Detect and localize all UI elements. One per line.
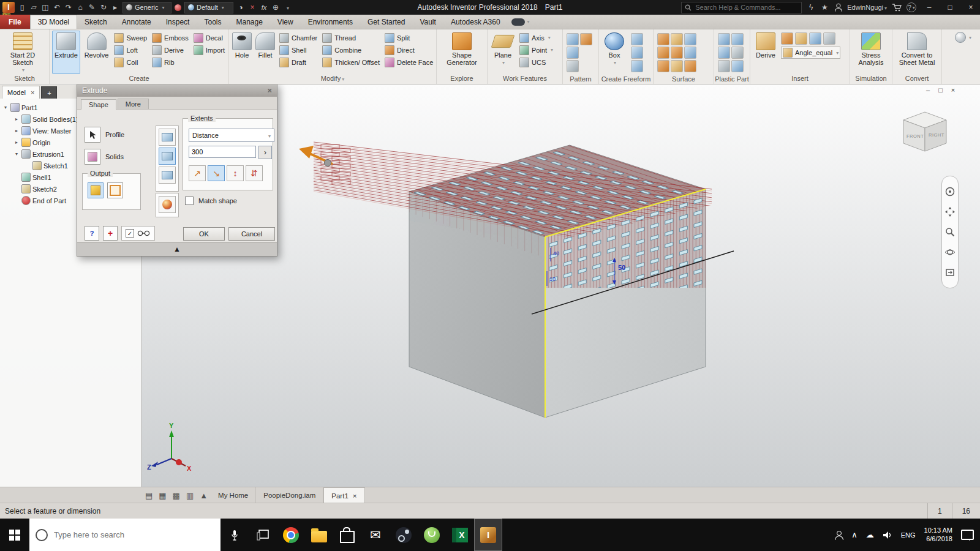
ribbon-display-options[interactable] [955, 32, 971, 43]
delete-face-button[interactable]: Delete Face [383, 57, 434, 67]
rest-icon[interactable] [731, 47, 744, 59]
tab-sketch[interactable]: Sketch [77, 15, 115, 29]
ucs-button[interactable]: UCS [518, 57, 554, 67]
doc-tab-my-home[interactable]: My Home [211, 487, 256, 503]
combine-button[interactable]: Combine [321, 45, 381, 55]
thicken-offset-button[interactable]: Thicken/ Offset [321, 57, 381, 67]
action-center-icon[interactable] [961, 530, 974, 540]
file-explorer-button[interactable] [305, 519, 333, 551]
tab-environments[interactable]: Environments [301, 15, 360, 29]
trim-surface-icon[interactable] [657, 60, 669, 72]
grid-view-icon[interactable]: ▦ [159, 487, 166, 503]
help-search[interactable] [681, 2, 802, 13]
dimension-10[interactable]: 10 [549, 276, 556, 282]
viewcube[interactable] [903, 112, 946, 151]
help-icon[interactable]: ? [907, 2, 916, 12]
distance-flyout-button[interactable]: › [258, 146, 272, 159]
viewcube-right-label[interactable]: RIGHT [929, 132, 944, 138]
tab-view[interactable]: View [270, 15, 301, 29]
save-icon[interactable]: ◫ [41, 3, 50, 12]
panel-close-icon[interactable]: × [31, 89, 34, 96]
tree-arrow[interactable]: ▸ [13, 128, 20, 133]
tab-inspect[interactable]: Inspect [159, 15, 197, 29]
select-icon[interactable]: ▸ [111, 3, 119, 12]
sketch-driven-pattern-icon[interactable] [580, 33, 592, 45]
insert-object-icon[interactable] [809, 32, 821, 45]
steam-button[interactable] [390, 519, 418, 551]
parameters-fx-icon[interactable]: fx [260, 4, 268, 11]
derive-button[interactable]: Derive [753, 31, 778, 74]
utorrent-button[interactable] [418, 519, 446, 551]
dialog-help-button[interactable]: ? [85, 226, 99, 241]
shell-button[interactable]: Shell [278, 45, 318, 55]
point-button[interactable]: Point [518, 45, 554, 55]
grill-icon[interactable] [718, 33, 730, 45]
expand-panel-icon[interactable]: ▲ [200, 487, 208, 503]
emboss-button[interactable]: Emboss [151, 32, 190, 43]
tab-3d-model[interactable]: 3D Model [30, 15, 77, 29]
new-file-icon[interactable]: ▯ [18, 3, 26, 12]
redo-icon[interactable]: ↷ [64, 3, 73, 12]
clear-appearance-icon[interactable]: × [248, 3, 257, 12]
import-geometry-icon[interactable] [795, 32, 807, 45]
favorites-star-icon[interactable]: ★ [820, 3, 829, 12]
axis-button[interactable]: Axis [518, 32, 554, 43]
patch-surface-icon[interactable] [657, 47, 669, 59]
model-panel-tab[interactable]: Model × [2, 86, 40, 99]
loft-button[interactable]: Loft [113, 45, 148, 55]
fillet-button[interactable]: Fillet [255, 31, 276, 74]
extrude-button[interactable]: Extrude [52, 31, 80, 74]
dialog-tab-more[interactable]: More [118, 99, 149, 109]
join-button[interactable] [159, 129, 176, 146]
style-select[interactable]: Generic [123, 2, 172, 13]
shape-generator-button[interactable]: Shape Generator [442, 31, 482, 74]
minimize-button[interactable]: – [921, 0, 937, 15]
tab-file[interactable]: File [0, 15, 30, 29]
extend-surface-icon[interactable] [671, 33, 683, 45]
inventor-logo-icon[interactable]: IPRO [2, 2, 15, 13]
mail-button[interactable]: ✉ [361, 519, 390, 551]
bolt-icon[interactable]: ϟ [807, 3, 815, 12]
maximize-button[interactable]: □ [942, 0, 958, 15]
output-surface-button[interactable] [107, 182, 123, 198]
list-view-icon[interactable]: ▩ [173, 487, 180, 503]
cut-button[interactable] [159, 148, 176, 165]
draft-button[interactable]: Draft [278, 57, 318, 67]
collaboration-icon[interactable] [511, 15, 530, 29]
coil-button[interactable]: Coil [113, 57, 148, 67]
store-button[interactable] [333, 519, 361, 551]
column-view-icon[interactable]: ▥ [186, 487, 194, 503]
task-view-button[interactable] [249, 519, 277, 551]
tree-arrow[interactable]: ▾ [2, 105, 9, 110]
asymmetric-button[interactable]: ⇵ [246, 165, 263, 181]
ok-button[interactable]: OK [183, 227, 225, 241]
excel-button[interactable]: X [446, 519, 474, 551]
look-at-icon[interactable] [945, 268, 955, 277]
tab-get-started[interactable]: Get Started [360, 15, 412, 29]
dialog-close-icon[interactable]: × [267, 86, 272, 95]
appearance-select[interactable]: Default [184, 2, 233, 13]
thread-button[interactable]: Thread [321, 32, 381, 43]
direction-2-button[interactable]: ↘ [208, 165, 225, 181]
insert-image-icon[interactable] [823, 32, 835, 45]
direction-1-button[interactable]: ↗ [189, 165, 206, 181]
show-hidden-icons[interactable]: ∧ [851, 530, 858, 539]
mirror-icon[interactable] [567, 60, 579, 72]
tree-arrow[interactable]: ▸ [13, 116, 20, 122]
dimension-40[interactable]: 40 [553, 250, 559, 257]
freeform-sphere-icon[interactable] [631, 60, 643, 72]
chamfer-button[interactable]: Chamfer [278, 32, 318, 43]
qat-customize-icon[interactable] [283, 3, 292, 12]
revolve-button[interactable]: Revolve [83, 31, 111, 74]
sketch-icon[interactable]: ✎ [88, 3, 96, 12]
dialog-titlebar[interactable]: Extrude × [77, 84, 277, 97]
thicken-surface-icon[interactable] [684, 33, 696, 45]
appearance-dot-icon[interactable] [175, 4, 181, 11]
match-shape-checkbox[interactable] [185, 197, 194, 205]
doc-tab-close-icon[interactable]: × [353, 492, 357, 500]
volume-icon[interactable] [883, 531, 892, 539]
lip-icon[interactable] [731, 33, 744, 45]
doc-tab-part1[interactable]: Part1 × [323, 487, 364, 503]
output-solid-button[interactable] [88, 182, 104, 198]
sculpt-surface-icon[interactable] [671, 47, 683, 59]
